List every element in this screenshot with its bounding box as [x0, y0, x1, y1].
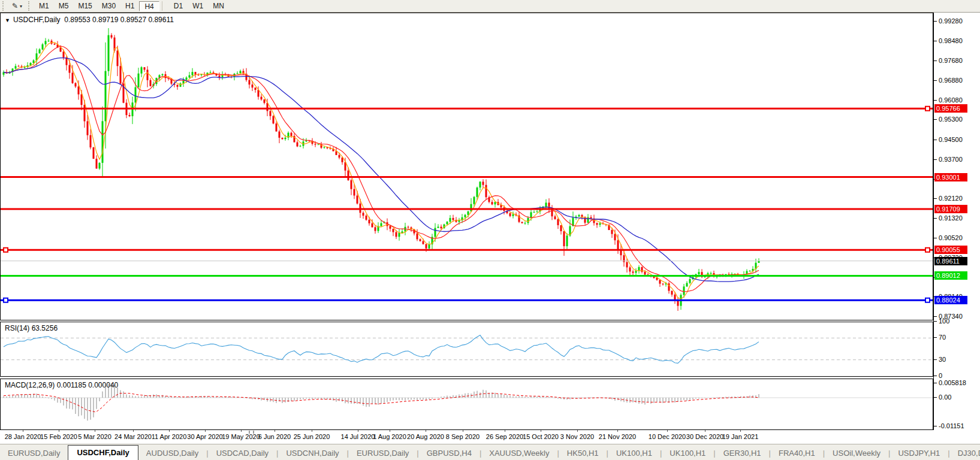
date-tick-label: 14 Jul 2020 [341, 433, 375, 440]
tab-usoil-weekly[interactable]: USOil,Weekly [825, 447, 888, 460]
cursor-tool-icon: ✎ [12, 2, 18, 10]
tab-dj30-daily[interactable]: DJ30,Daily [950, 447, 980, 460]
date-tick-mark [59, 430, 59, 432]
price-tick-label: 0.97680 [939, 57, 963, 64]
rsi-scale-label: 70 [939, 334, 946, 341]
price-tick-label: 0.91320 [939, 214, 963, 222]
timeframe-button-m5[interactable]: M5 [54, 1, 74, 11]
timeframe-toolbar: ✎ ▾ M1M5M15M30H1H4D1W1MN [0, 0, 980, 13]
date-tick-mark [505, 430, 505, 432]
date-tick-mark [541, 430, 541, 432]
chart-header: ▼USDCHF,Daily 0.89553 0.89719 0.89527 0.… [5, 16, 174, 24]
date-tick-label: 30 Dec 2020 [686, 433, 723, 440]
main-chart-canvas[interactable] [0, 13, 933, 320]
date-tick-label: 11 Apr 2020 [152, 433, 187, 440]
price-tick-label: 0.94500 [939, 136, 963, 143]
rsi-scale-label: 0 [939, 372, 942, 379]
chart-ohlc-values: 0.89553 0.89719 0.89527 0.89611 [64, 16, 174, 24]
toolbar-grip[interactable] [28, 1, 32, 11]
tab-usdcnh-daily[interactable]: USDCNH,Daily [278, 447, 346, 460]
timeframe-button-d1[interactable]: D1 [169, 1, 188, 11]
date-tick-label: 10 Dec 2020 [649, 433, 686, 440]
timeframe-button-m30[interactable]: M30 [97, 1, 120, 11]
rsi-scale-label: 30 [939, 356, 946, 363]
date-tick-mark [463, 430, 463, 432]
toolbar-grip[interactable] [2, 1, 7, 11]
date-tick-mark [667, 430, 668, 432]
date-tick-label: 28 Jan 2020 [5, 433, 41, 440]
cursor-tool-button[interactable]: ✎ ▾ [8, 1, 26, 11]
price-tick-label: 0.96880 [939, 77, 963, 84]
tab-fra40-h1[interactable]: FRA40,H1 [771, 447, 823, 460]
date-tick-label: 30 Apr 2020 [187, 433, 222, 440]
macd-scale-label: 0.00 [939, 394, 951, 401]
tab-uk100-h1[interactable]: UK100,H1 [662, 447, 713, 460]
date-tick-mark [426, 430, 426, 432]
timeframe-button-h4[interactable]: H4 [139, 1, 159, 11]
tab-uk100-h1[interactable]: UK100,H1 [608, 447, 660, 460]
price-tick-label: 0.99280 [939, 17, 963, 25]
level-price-label: 0.91709 [934, 205, 967, 213]
tab-audusd-daily[interactable]: AUDUSD,Daily [138, 447, 206, 460]
date-tick-label: 15 Oct 2020 [523, 433, 559, 440]
date-tick-mark [617, 430, 618, 432]
chevron-down-icon[interactable]: ▾ [20, 4, 22, 9]
level-price-label: 0.90055 [934, 246, 967, 254]
date-tick-label: 19 Jan 2021 [722, 433, 759, 440]
date-tick-mark [133, 430, 134, 432]
timeframe-button-m1[interactable]: M1 [34, 1, 54, 11]
timeframe-button-m15[interactable]: M15 [73, 1, 97, 11]
date-tick-label: 15 Feb 2020 [40, 433, 77, 440]
chart-symbol-label: USDCHF,Daily [13, 16, 61, 24]
date-tick-mark [577, 430, 578, 432]
timeframe-button-h1[interactable]: H1 [120, 1, 139, 11]
price-tick-label: 0.93700 [939, 156, 963, 163]
date-tick-mark [205, 430, 206, 432]
chart-tab-bar: EURUSD,DailyUSDCHF,DailyAUDUSD,Daily|USD… [0, 444, 980, 460]
tab-gbpusd-h4[interactable]: GBPUSD,H4 [419, 447, 480, 460]
date-tick-label: 26 Sep 2020 [486, 433, 523, 440]
tab-eurusd-daily[interactable]: EURUSD,Daily [349, 447, 417, 460]
date-axis[interactable]: 28 Jan 202015 Feb 20205 Mar 202024 Mar 2… [0, 430, 933, 444]
price-tick-label: 0.95300 [939, 116, 963, 123]
date-tick-label: 3 Nov 2020 [560, 433, 594, 440]
level-price-label: 0.93001 [934, 173, 967, 181]
date-tick-mark [740, 430, 741, 432]
date-tick-mark [705, 430, 705, 432]
tab-usdjpy-h1[interactable]: USDJPY,H1 [890, 447, 948, 460]
date-tick-label: 20 Aug 2020 [407, 433, 444, 440]
rsi-indicator-canvas[interactable] [0, 322, 933, 377]
tab-usdchf-daily[interactable]: USDCHF,Daily [68, 445, 138, 460]
price-tick-label: 0.90520 [939, 234, 963, 241]
tab-xauusd-weekly[interactable]: XAUUSD,Weekly [481, 447, 557, 460]
collapse-arrow-icon[interactable]: ▼ [5, 17, 10, 23]
date-tick-mark [95, 430, 95, 432]
timeframe-button-mn[interactable]: MN [208, 1, 229, 11]
date-tick-label: 25 Jun 2020 [294, 433, 330, 440]
mt4-window: ✎ ▾ M1M5M15M30H1H4D1W1MN ▼USDCHF,Daily 0… [0, 0, 980, 460]
macd-scale-label: -0.01151 [939, 422, 964, 429]
tab-ger30-h1[interactable]: GER30,H1 [716, 447, 769, 460]
timeframe-button-w1[interactable]: W1 [188, 1, 208, 11]
date-tick-mark [312, 430, 312, 432]
date-tick-label: 8 Sep 2020 [446, 433, 480, 440]
date-tick-label: 6 Jun 2020 [258, 433, 291, 440]
date-tick-label: 21 Nov 2020 [599, 433, 636, 440]
date-tick-mark [169, 430, 170, 432]
date-tick-mark [390, 430, 390, 432]
price-axis[interactable]: 0.992800.984800.976800.968800.960800.953… [933, 13, 980, 430]
tab-hk50-h1[interactable]: HK50,H1 [559, 447, 607, 460]
date-tick-mark [275, 430, 275, 432]
date-tick-mark [358, 430, 358, 432]
macd-indicator-canvas[interactable] [0, 379, 933, 430]
macd-scale-label: 0.005818 [939, 379, 966, 386]
date-tick-mark [23, 430, 23, 432]
level-price-label: 0.95766 [934, 104, 967, 113]
tab-usdcad-daily[interactable]: USDCAD,Daily [209, 447, 276, 460]
price-tick-label: 0.92120 [939, 195, 963, 202]
date-tick-label: 19 May 2020 [222, 433, 260, 440]
price-tick-label: 0.96080 [939, 96, 963, 104]
tab-eurusd-daily[interactable]: EURUSD,Daily [0, 447, 68, 460]
hscroll-thumb[interactable] [249, 431, 254, 434]
rsi-label: RSI(14) 63.5256 [5, 324, 58, 332]
